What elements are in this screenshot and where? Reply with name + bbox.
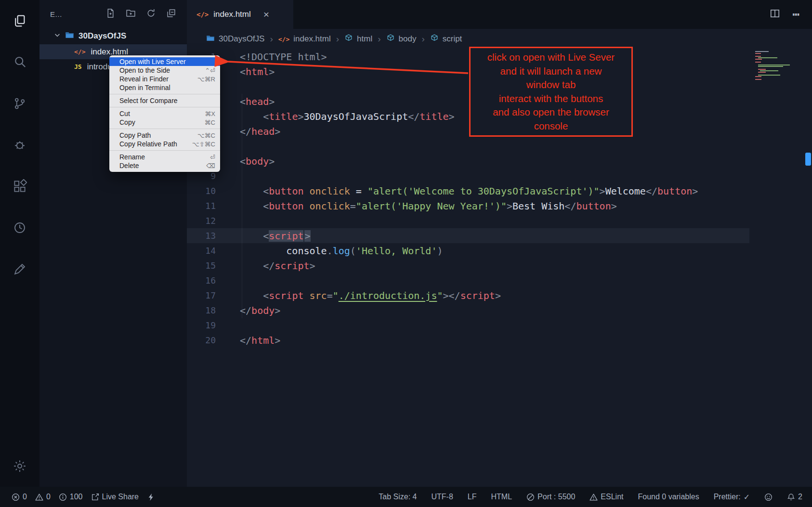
new-file-icon[interactable] [105, 8, 116, 20]
code-line[interactable]: 5 <title>30DaysOfJavaScript</title> [187, 109, 749, 124]
collapse-all-icon[interactable] [166, 8, 176, 20]
status-item-0[interactable]: 0 [35, 493, 51, 501]
new-folder-icon[interactable] [126, 8, 136, 20]
chevron-right-icon: › [378, 34, 380, 44]
menu-item-copy[interactable]: Copy⌘C [109, 118, 220, 127]
status-item-prettier[interactable]: Prettier:✓ [714, 493, 750, 502]
code-line[interactable]: 2<html> [187, 64, 749, 79]
status-item-html[interactable]: HTML [491, 493, 512, 501]
history-icon[interactable] [0, 207, 39, 248]
minimap[interactable] [755, 50, 803, 87]
code-text: </html> [240, 335, 280, 346]
code-line[interactable]: 3 [187, 79, 749, 94]
code-line[interactable]: 13 <script> [187, 228, 749, 243]
menu-item-rename[interactable]: Rename⏎ [109, 153, 220, 161]
code-line[interactable]: 12 [187, 213, 749, 228]
status-item-found-0-variables[interactable]: Found 0 variables [638, 493, 699, 501]
source-control-icon[interactable] [0, 83, 39, 124]
status-bar: 00100Live Share Tab Size: 4UTF-8LFHTMLPo… [0, 487, 812, 507]
code-line[interactable]: 10 <button onclick = "alert('Welcome to … [187, 183, 749, 198]
code-line[interactable]: 20</html> [187, 333, 749, 348]
status-item-eslint[interactable]: ESLint [589, 493, 623, 501]
split-editor-icon[interactable] [770, 8, 780, 21]
bell-icon [787, 493, 795, 501]
code-line[interactable]: 7 [187, 139, 749, 154]
menu-item-open-to-the-side[interactable]: Open to the Side⌃⏎ [109, 66, 220, 75]
menu-item-label: Copy [119, 118, 135, 126]
status-item-port-5500[interactable]: Port : 5500 [526, 493, 575, 501]
menu-item-label: Open in Terminal [119, 84, 170, 91]
breadcrumb-item-30daysofjs[interactable]: 30DaysOfJS [206, 34, 264, 45]
folder-row-30daysofjs[interactable]: 30DaysOfJS [39, 28, 187, 44]
status-item-100[interactable]: 100 [59, 493, 83, 501]
breadcrumb-label: 30DaysOfJS [219, 34, 264, 44]
breadcrumb-item-html[interactable]: html [344, 34, 372, 45]
status-item-utf-8[interactable]: UTF-8 [432, 493, 453, 501]
code-line[interactable]: 18</body> [187, 303, 749, 318]
breadcrumb-item-script[interactable]: script [430, 34, 462, 45]
run-debug-icon[interactable] [0, 124, 39, 166]
line-number: 9 [187, 171, 216, 181]
context-menu: Open with Live ServerOpen to the Side⌃⏎R… [109, 55, 220, 172]
tab-index-html[interactable]: </> index.html × [187, 0, 293, 29]
menu-item-delete[interactable]: Delete⌫ [109, 161, 220, 170]
menu-item-label: Cut [119, 110, 130, 117]
menu-item-open-with-live-server[interactable]: Open with Live Server [109, 57, 220, 66]
code-line[interactable]: 1<!DOCTYPE html> [187, 49, 749, 64]
menu-item-shortcut: ⏎ [210, 154, 215, 161]
code-text: <html> [240, 66, 275, 78]
annotation-line: and also open the browser [472, 105, 629, 119]
code-line[interactable]: 15 </script> [187, 258, 749, 273]
menu-item-shortcut: ⌘C [205, 119, 215, 126]
code-line[interactable]: 14 console.log('Hello, World') [187, 243, 749, 258]
search-icon[interactable] [0, 41, 39, 83]
code-line[interactable]: 9 [187, 169, 749, 183]
refresh-icon[interactable] [146, 8, 156, 20]
menu-item-copy-path[interactable]: Copy Path⌥⌘C [109, 131, 220, 140]
warning-icon [589, 493, 598, 501]
extensions-icon[interactable] [0, 166, 39, 207]
line-number: 14 [187, 246, 216, 256]
vscode-window: E… 30DaysOfJS </>index.htmlJSintroductio… [0, 0, 812, 507]
more-actions-icon[interactable]: ⋯ [793, 8, 800, 21]
status-text: Prettier: [714, 493, 741, 501]
status-item-tab-size-4[interactable]: Tab Size: 4 [379, 493, 417, 501]
code-line[interactable]: 11 <button onclick="alert('Happy New Yea… [187, 198, 749, 213]
folder-label: 30DaysOfJS [79, 31, 126, 41]
menu-item-select-for-compare[interactable]: Select for Compare [109, 96, 220, 105]
status-item-lightning[interactable] [147, 493, 155, 501]
menu-item-cut[interactable]: Cut⌘X [109, 109, 220, 118]
code-line[interactable]: 8<body> [187, 154, 749, 169]
status-bar-left: 00100Live Share [0, 493, 155, 501]
menu-item-open-in-terminal[interactable]: Open in Terminal [109, 83, 220, 92]
status-item-0[interactable]: 0 [12, 493, 27, 501]
status-item-lf[interactable]: LF [468, 493, 477, 501]
status-item-live-share[interactable]: Live Share [91, 493, 139, 501]
annotation-line: window tab [472, 78, 629, 92]
breadcrumb-item-index-html[interactable]: </>index.html [278, 34, 331, 44]
explorer-icon[interactable] [0, 0, 39, 41]
status-text: 0 [46, 493, 51, 501]
breadcrumb-item-body[interactable]: body [386, 34, 417, 45]
status-item-smiley[interactable] [764, 493, 773, 501]
code-line[interactable]: 17 <script src="./introduction.js"></scr… [187, 288, 749, 303]
menu-separator [109, 94, 220, 94]
code-line[interactable]: 4<head> [187, 94, 749, 109]
code-line[interactable]: 16 [187, 273, 749, 288]
status-text: Port : 5500 [537, 493, 575, 501]
annotation-line: console [472, 119, 629, 133]
code-text: </body> [240, 305, 280, 316]
status-item-2[interactable]: 2 [787, 493, 802, 501]
info-icon [59, 493, 67, 501]
menu-item-copy-relative-path[interactable]: Copy Relative Path⌥⇧⌘C [109, 140, 220, 148]
status-text: 100 [70, 493, 83, 501]
settings-icon[interactable] [0, 445, 39, 487]
close-icon[interactable]: × [263, 9, 269, 20]
status-text: Tab Size: 4 [379, 493, 417, 501]
menu-item-reveal-in-finder[interactable]: Reveal in Finder⌥⌘R [109, 75, 220, 83]
feedback-icon[interactable] [0, 248, 39, 290]
code-line[interactable]: 6</head> [187, 124, 749, 139]
code-content[interactable]: 1<!DOCTYPE html>2<html>34<head>5 <title>… [187, 49, 749, 348]
code-line[interactable]: 19 [187, 318, 749, 333]
line-number: 17 [187, 290, 216, 300]
